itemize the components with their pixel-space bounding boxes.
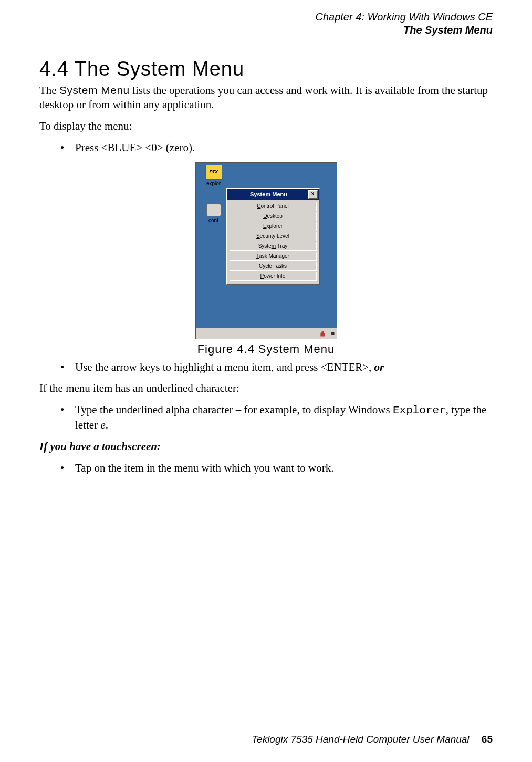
generic-app-icon — [206, 204, 221, 216]
footer-manual-title: Teklogix 7535 Hand-Held Computer User Ma… — [252, 734, 469, 745]
system-menu-body: Control Panel Desktop Explorer Security … — [227, 200, 319, 284]
bullet-arrow-or: or — [374, 361, 384, 373]
menu-item-control-panel[interactable]: Control Panel — [230, 202, 317, 211]
system-menu-titlebar: System Menu x — [227, 189, 319, 200]
power-plug-icon[interactable] — [328, 330, 335, 337]
bullet-type-pre: Type the underlined alpha character – fo… — [75, 403, 393, 416]
figure-caption: Figure 4.4 System Menu — [39, 342, 493, 356]
bullet-type-code: Explorer — [393, 404, 446, 416]
lock-icon[interactable] — [320, 330, 326, 337]
page-footer: Teklogix 7535 Hand-Held Computer User Ma… — [252, 734, 493, 745]
menu-item-task-manager[interactable]: Task Manager — [230, 252, 317, 261]
to-display-label: To display the menu: — [39, 119, 493, 133]
menu-item-explorer[interactable]: Explorer — [230, 222, 317, 231]
desktop-area: PTX explor cont System Menu x Control Pa… — [196, 163, 337, 328]
desktop-icon-explorer[interactable]: PTX explor — [198, 165, 230, 186]
header-chapter: Chapter 4: Working With Windows CE — [39, 11, 493, 24]
underline-intro: If the menu item has an underlined chara… — [39, 381, 493, 395]
header-section: The System Menu — [39, 24, 493, 37]
bullet-arrow-keys: Use the arrow keys to highlight a menu i… — [39, 360, 493, 374]
close-button[interactable]: x — [308, 190, 318, 199]
menu-item-system-tray[interactable]: System Tray — [230, 242, 317, 251]
intro-sysmenu: System Menu — [59, 84, 130, 96]
menu-item-desktop[interactable]: Desktop — [230, 212, 317, 221]
desktop-icon-cont[interactable]: cont — [198, 204, 230, 223]
bullet-press: Press <BLUE> <0> (zero). — [39, 141, 493, 155]
taskbar — [196, 328, 337, 339]
footer-page-number: 65 — [482, 734, 493, 745]
figure-system-menu: PTX explor cont System Menu x Control Pa… — [39, 162, 493, 339]
device-screenshot: PTX explor cont System Menu x Control Pa… — [195, 162, 337, 339]
menu-item-power-info[interactable]: Power Info — [230, 272, 317, 281]
menu-item-cycle-tasks[interactable]: Cycle Tasks — [230, 262, 317, 271]
running-header: Chapter 4: Working With Windows CE The S… — [39, 11, 493, 37]
system-menu-window: System Menu x Control Panel Desktop Expl… — [226, 188, 320, 285]
intro-paragraph: The System Menu lists the operations you… — [39, 83, 493, 112]
system-menu-title: System Menu — [230, 191, 308, 197]
bullet-type-e: e — [100, 419, 105, 431]
menu-item-security-level[interactable]: Security Level — [230, 232, 317, 241]
desktop-icon-explorer-label: explor — [198, 181, 230, 186]
desktop-icon-cont-label: cont — [198, 217, 230, 223]
section-title: 4.4 The System Menu — [39, 58, 493, 80]
bullet-tap: Tap on the item in the menu with which y… — [39, 461, 493, 475]
ptx-icon: PTX — [205, 165, 222, 180]
bullet-type-post: . — [106, 419, 108, 431]
bullet-arrow-pre: Use the arrow keys to highlight a menu i… — [75, 361, 374, 373]
intro-pre: The — [39, 84, 59, 97]
bullet-type-character: Type the underlined alpha character – fo… — [39, 403, 493, 432]
touchscreen-heading: If you have a touchscreen: — [39, 440, 493, 454]
